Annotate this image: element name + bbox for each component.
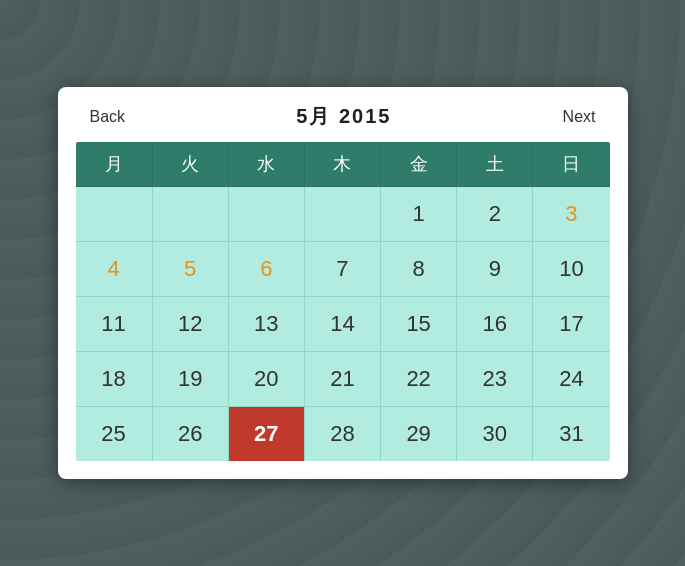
calendar-day[interactable]: 27 — [228, 407, 304, 463]
calendar-day[interactable]: 21 — [304, 352, 380, 407]
calendar-day[interactable]: 18 — [75, 352, 153, 407]
calendar-day[interactable]: 11 — [75, 297, 153, 352]
weekday-header: 火 — [152, 141, 228, 187]
weekday-header: 土 — [457, 141, 533, 187]
calendar-day[interactable]: 8 — [381, 242, 457, 297]
calendar-header: Back 5月 2015 Next — [74, 99, 612, 140]
calendar-day[interactable]: 13 — [228, 297, 304, 352]
empty-cell — [304, 187, 380, 242]
calendar-day[interactable]: 29 — [381, 407, 457, 463]
calendar-day[interactable]: 15 — [381, 297, 457, 352]
calendar-week-row: 45678910 — [75, 242, 611, 297]
weekday-header: 水 — [228, 141, 304, 187]
calendar-day[interactable]: 1 — [381, 187, 457, 242]
empty-cell — [75, 187, 153, 242]
calendar-day[interactable]: 26 — [152, 407, 228, 463]
calendar-day[interactable]: 6 — [228, 242, 304, 297]
calendar-day[interactable]: 3 — [533, 187, 611, 242]
calendar-day[interactable]: 5 — [152, 242, 228, 297]
calendar-day[interactable]: 10 — [533, 242, 611, 297]
weekday-header: 木 — [304, 141, 380, 187]
back-button[interactable]: Back — [82, 104, 134, 130]
weekday-header: 月 — [75, 141, 153, 187]
empty-cell — [152, 187, 228, 242]
calendar-table: 月火水木金土日 12345678910111213141516171819202… — [74, 140, 612, 463]
calendar-day[interactable]: 19 — [152, 352, 228, 407]
calendar-day[interactable]: 28 — [304, 407, 380, 463]
calendar-day[interactable]: 30 — [457, 407, 533, 463]
next-button[interactable]: Next — [555, 104, 604, 130]
calendar-day[interactable]: 9 — [457, 242, 533, 297]
calendar-day[interactable]: 2 — [457, 187, 533, 242]
calendar-week-row: 123 — [75, 187, 611, 242]
weekday-header-row: 月火水木金土日 — [75, 141, 611, 187]
calendar-day[interactable]: 4 — [75, 242, 153, 297]
calendar-day[interactable]: 7 — [304, 242, 380, 297]
month-title: 5月 2015 — [296, 103, 391, 130]
weekday-header: 金 — [381, 141, 457, 187]
calendar-day[interactable]: 16 — [457, 297, 533, 352]
calendar-day[interactable]: 25 — [75, 407, 153, 463]
calendar-day[interactable]: 12 — [152, 297, 228, 352]
calendar-day[interactable]: 31 — [533, 407, 611, 463]
calendar-day[interactable]: 24 — [533, 352, 611, 407]
calendar-week-row: 11121314151617 — [75, 297, 611, 352]
calendar-day[interactable]: 23 — [457, 352, 533, 407]
calendar-day[interactable]: 14 — [304, 297, 380, 352]
weekday-header: 日 — [533, 141, 611, 187]
calendar-week-row: 25262728293031 — [75, 407, 611, 463]
calendar-week-row: 18192021222324 — [75, 352, 611, 407]
calendar-day[interactable]: 17 — [533, 297, 611, 352]
empty-cell — [228, 187, 304, 242]
calendar-container: Back 5月 2015 Next 月火水木金土日 12345678910111… — [58, 87, 628, 479]
calendar-day[interactable]: 22 — [381, 352, 457, 407]
calendar-day[interactable]: 20 — [228, 352, 304, 407]
